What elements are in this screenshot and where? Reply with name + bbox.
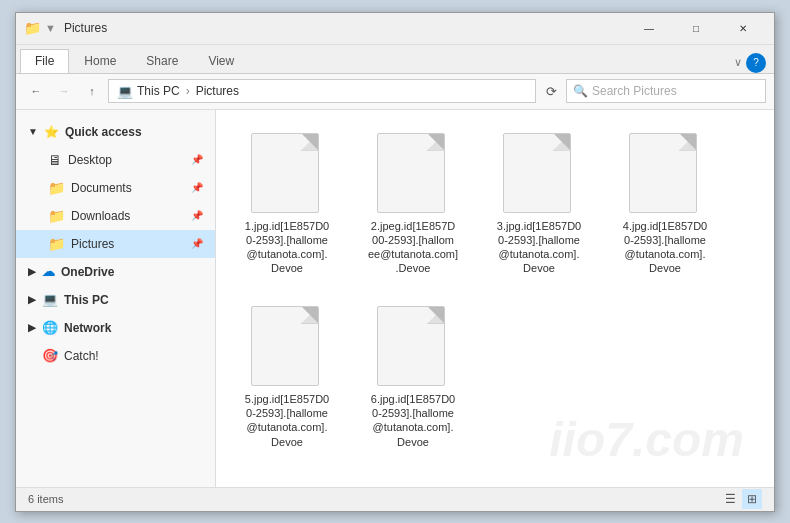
pin-icon-documents: 📌 — [191, 182, 203, 193]
thispc-chevron-icon: ▶ — [28, 294, 36, 305]
file-fold-icon — [554, 134, 570, 150]
thispc-icon: 💻 — [42, 292, 58, 307]
title-bar-controls: — □ ✕ — [626, 12, 766, 44]
file-page — [251, 133, 319, 213]
file-item-file4[interactable]: 4.jpg.id[1E857D00-2593].[hallome@tutanot… — [610, 126, 720, 283]
sidebar-item-onedrive[interactable]: ▶ ☁ OneDrive — [16, 258, 215, 286]
file-name: 6.jpg.id[1E857D00-2593].[hallome@tutanot… — [371, 392, 455, 449]
file-name: 2.jpeg.id[1E857D00-2593].[hallomee@tutan… — [368, 219, 458, 276]
path-thispc: This PC — [137, 84, 180, 98]
forward-button[interactable]: → — [52, 79, 76, 103]
file-fold-icon — [302, 134, 318, 150]
sidebar-item-documents[interactable]: 📁 Documents 📌 — [16, 174, 215, 202]
sidebar-item-network[interactable]: ▶ 🌐 Network — [16, 314, 215, 342]
pictures-folder-icon: 📁 — [48, 236, 65, 252]
pin-icon-downloads: 📌 — [191, 210, 203, 221]
file-page — [377, 133, 445, 213]
documents-folder-icon: 📁 — [48, 180, 65, 196]
network-icon: 🌐 — [42, 320, 58, 335]
file-item-file2[interactable]: 2.jpeg.id[1E857D00-2593].[hallomee@tutan… — [358, 126, 468, 283]
window-icon: 📁 — [24, 20, 41, 36]
minimize-button[interactable]: — — [626, 12, 672, 44]
sidebar-item-thispc[interactable]: ▶ 💻 This PC — [16, 286, 215, 314]
ribbon: File Home Share View ∨ ? — [16, 45, 774, 74]
tab-file[interactable]: File — [20, 49, 69, 73]
onedrive-icon: ☁ — [42, 264, 55, 279]
tab-home[interactable]: Home — [69, 49, 131, 73]
title-bar-icons: 📁 ▼ — [24, 20, 56, 36]
maximize-button[interactable]: □ — [673, 12, 719, 44]
up-button[interactable]: ↑ — [80, 79, 104, 103]
file-icon — [503, 133, 575, 215]
refresh-button[interactable]: ⟳ — [540, 80, 562, 102]
file-icon — [251, 133, 323, 215]
file-fold-icon — [428, 307, 444, 323]
sidebar-quick-access-label: Quick access — [65, 125, 142, 139]
sidebar-downloads-label: Downloads — [71, 209, 130, 223]
file-page — [503, 133, 571, 213]
ribbon-tabs: File Home Share View ∨ ? — [16, 45, 774, 73]
path-pictures: Pictures — [196, 84, 239, 98]
content-area: 1.jpg.id[1E857D00-2593].[hallome@tutanot… — [216, 110, 774, 487]
search-box[interactable]: 🔍 Search Pictures — [566, 79, 766, 103]
file-name: 4.jpg.id[1E857D00-2593].[hallome@tutanot… — [623, 219, 707, 276]
pin-icon-pictures: 📌 — [191, 238, 203, 249]
title-bar: 📁 ▼ Pictures — □ ✕ — [16, 13, 774, 45]
file-item-file3[interactable]: 3.jpg.id[1E857D00-2593].[hallome@tutanot… — [484, 126, 594, 283]
address-path[interactable]: 💻 This PC › Pictures — [108, 79, 536, 103]
view-controls: ☰ ⊞ — [720, 489, 762, 509]
pin-icon-desktop: 📌 — [191, 154, 203, 165]
file-item-file6[interactable]: 6.jpg.id[1E857D00-2593].[hallome@tutanot… — [358, 299, 468, 456]
desktop-folder-icon: 🖥 — [48, 152, 62, 168]
file-item-file5[interactable]: 5.jpg.id[1E857D00-2593].[hallome@tutanot… — [232, 299, 342, 456]
path-separator-1: › — [186, 84, 190, 98]
chevron-down-icon: ∨ — [734, 56, 742, 69]
sidebar-catch-label: Catch! — [64, 349, 99, 363]
file-name: 1.jpg.id[1E857D00-2593].[hallome@tutanot… — [245, 219, 329, 276]
file-icon — [377, 306, 449, 388]
file-fold-icon — [302, 307, 318, 323]
file-item-file1[interactable]: 1.jpg.id[1E857D00-2593].[hallome@tutanot… — [232, 126, 342, 283]
chevron-right-icon: ▼ — [28, 126, 38, 137]
tab-share[interactable]: Share — [131, 49, 193, 73]
catch-icon: 🎯 — [42, 348, 58, 363]
grid-view-button[interactable]: ⊞ — [742, 489, 762, 509]
sidebar-documents-label: Documents — [71, 181, 132, 195]
sidebar-item-catch[interactable]: ▶ 🎯 Catch! — [16, 342, 215, 370]
file-icon — [377, 133, 449, 215]
sidebar-desktop-label: Desktop — [68, 153, 112, 167]
search-icon: 🔍 — [573, 84, 588, 98]
sidebar-item-desktop[interactable]: 🖥 Desktop 📌 — [16, 146, 215, 174]
search-placeholder: Search Pictures — [592, 84, 677, 98]
sidebar-section-quick-access[interactable]: ▼ ⭐ Quick access — [16, 118, 215, 146]
list-view-button[interactable]: ☰ — [720, 489, 740, 509]
sidebar-thispc-label: This PC — [64, 293, 109, 307]
close-button[interactable]: ✕ — [720, 12, 766, 44]
onedrive-chevron-icon: ▶ — [28, 266, 36, 277]
title-bar-title: Pictures — [64, 21, 626, 35]
tab-view[interactable]: View — [193, 49, 249, 73]
path-computer-icon: 💻 — [117, 84, 133, 99]
file-icon — [629, 133, 701, 215]
explorer-window: 📁 ▼ Pictures — □ ✕ File Home Share View … — [15, 12, 775, 512]
status-bar: 6 items ☰ ⊞ — [16, 487, 774, 511]
file-page — [251, 306, 319, 386]
sidebar-quick-access-icon: ⭐ — [44, 125, 59, 139]
files-grid: 1.jpg.id[1E857D00-2593].[hallome@tutanot… — [232, 126, 758, 456]
downloads-folder-icon: 📁 — [48, 208, 65, 224]
main-layout: ▼ ⭐ Quick access 🖥 Desktop 📌 📁 Documents… — [16, 110, 774, 487]
back-button[interactable]: ← — [24, 79, 48, 103]
file-page — [629, 133, 697, 213]
help-button[interactable]: ? — [746, 53, 766, 73]
address-bar: ← → ↑ 💻 This PC › Pictures ⟳ 🔍 Search Pi… — [16, 74, 774, 110]
file-name: 3.jpg.id[1E857D00-2593].[hallome@tutanot… — [497, 219, 581, 276]
network-chevron-icon: ▶ — [28, 322, 36, 333]
file-icon — [251, 306, 323, 388]
sidebar: ▼ ⭐ Quick access 🖥 Desktop 📌 📁 Documents… — [16, 110, 216, 487]
file-fold-icon — [680, 134, 696, 150]
file-page — [377, 306, 445, 386]
sidebar-item-downloads[interactable]: 📁 Downloads 📌 — [16, 202, 215, 230]
sidebar-onedrive-label: OneDrive — [61, 265, 114, 279]
window-title: Pictures — [64, 21, 107, 35]
sidebar-item-pictures[interactable]: 📁 Pictures 📌 — [16, 230, 215, 258]
